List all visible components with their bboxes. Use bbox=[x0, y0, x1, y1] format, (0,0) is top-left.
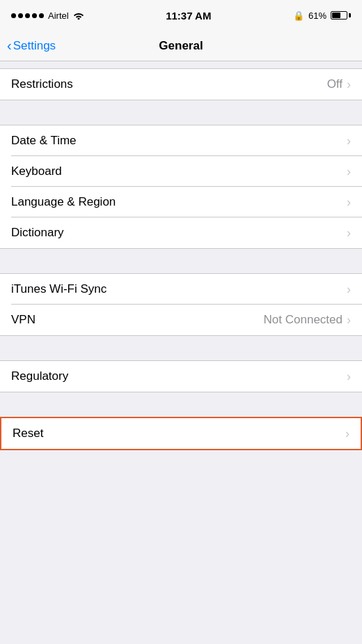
vpn-row[interactable]: VPN Not Connected › bbox=[0, 305, 362, 335]
restrictions-right: Off › bbox=[327, 77, 351, 92]
restrictions-value: Off bbox=[327, 77, 343, 91]
restrictions-label: Restrictions bbox=[11, 77, 73, 91]
section-gap-4 bbox=[0, 336, 362, 360]
svg-point-0 bbox=[77, 18, 79, 20]
language-chevron-icon: › bbox=[347, 195, 351, 210]
itunes-label: iTunes Wi-Fi Sync bbox=[11, 282, 107, 296]
regulatory-chevron-icon: › bbox=[347, 369, 351, 384]
vpn-chevron-icon: › bbox=[347, 313, 351, 328]
vpn-label: VPN bbox=[11, 313, 36, 327]
status-left: Airtel bbox=[11, 10, 84, 21]
settings-list: Restrictions Off › Date & Time › Keyboar… bbox=[0, 61, 362, 450]
carrier-label: Airtel bbox=[48, 10, 69, 21]
vpn-right: Not Connected › bbox=[264, 313, 351, 328]
carrier-info: Airtel bbox=[11, 10, 84, 21]
datetime-row[interactable]: Date & Time › bbox=[0, 125, 362, 156]
status-time: 11:37 AM bbox=[166, 10, 211, 22]
dictionary-label: Dictionary bbox=[11, 226, 64, 240]
datetime-section: Date & Time › Keyboard › Language & Regi… bbox=[0, 125, 362, 249]
language-right: › bbox=[347, 195, 351, 210]
keyboard-label: Keyboard bbox=[11, 164, 62, 178]
datetime-right: › bbox=[347, 134, 351, 148]
back-chevron-icon: ‹ bbox=[7, 38, 12, 52]
itunes-right: › bbox=[347, 282, 351, 297]
restrictions-row[interactable]: Restrictions Off › bbox=[0, 69, 362, 100]
regulatory-right: › bbox=[347, 369, 351, 384]
section-gap-2 bbox=[0, 100, 362, 125]
signal-icon bbox=[11, 13, 44, 18]
itunes-row[interactable]: iTunes Wi-Fi Sync › bbox=[0, 274, 362, 305]
keyboard-right: › bbox=[347, 164, 351, 179]
reset-highlight-border: Reset › bbox=[0, 417, 362, 450]
battery-icon bbox=[331, 11, 351, 20]
datetime-chevron-icon: › bbox=[347, 134, 351, 148]
dictionary-right: › bbox=[347, 226, 351, 240]
wifi-icon bbox=[73, 11, 84, 20]
vpn-value: Not Connected bbox=[264, 313, 343, 327]
battery-percentage: 61% bbox=[308, 10, 326, 21]
lock-icon: 🔒 bbox=[293, 10, 304, 21]
language-label: Language & Region bbox=[11, 195, 116, 209]
regulatory-label: Regulatory bbox=[11, 369, 68, 383]
reset-section: Reset › bbox=[1, 418, 361, 449]
datetime-label: Date & Time bbox=[11, 134, 77, 148]
reset-label: Reset bbox=[13, 427, 43, 440]
itunes-section: iTunes Wi-Fi Sync › VPN Not Connected › bbox=[0, 273, 362, 336]
status-bar: Airtel 11:37 AM 🔒 61% bbox=[0, 0, 362, 31]
restrictions-section: Restrictions Off › bbox=[0, 68, 362, 100]
keyboard-row[interactable]: Keyboard › bbox=[0, 156, 362, 187]
page-title: General bbox=[159, 39, 203, 53]
reset-row[interactable]: Reset › bbox=[1, 418, 361, 449]
itunes-chevron-icon: › bbox=[347, 282, 351, 297]
dictionary-chevron-icon: › bbox=[347, 226, 351, 240]
language-row[interactable]: Language & Region › bbox=[0, 187, 362, 217]
reset-right: › bbox=[345, 427, 349, 441]
reset-chevron-icon: › bbox=[345, 427, 349, 441]
keyboard-chevron-icon: › bbox=[347, 164, 351, 179]
restrictions-chevron-icon: › bbox=[347, 77, 351, 92]
nav-bar: ‹ Settings General bbox=[0, 31, 362, 61]
section-gap-5 bbox=[0, 392, 362, 417]
back-button[interactable]: ‹ Settings bbox=[7, 39, 56, 53]
status-right: 🔒 61% bbox=[293, 10, 351, 21]
regulatory-row[interactable]: Regulatory › bbox=[0, 361, 362, 392]
section-gap-3 bbox=[0, 249, 362, 273]
section-gap-1 bbox=[0, 61, 362, 68]
back-label: Settings bbox=[13, 39, 56, 53]
regulatory-section: Regulatory › bbox=[0, 360, 362, 392]
dictionary-row[interactable]: Dictionary › bbox=[0, 217, 362, 248]
